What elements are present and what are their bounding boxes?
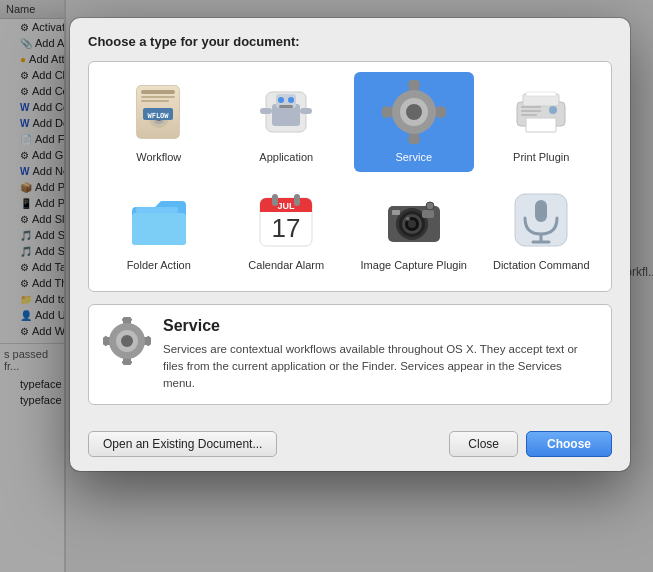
image-capture-icon [384,190,444,250]
svg-point-53 [406,217,410,221]
desc-icon [103,317,151,365]
print-plugin-icon [511,82,571,142]
svg-point-13 [278,97,284,103]
svg-rect-55 [392,210,400,215]
service-icon-wrap [382,80,446,144]
desc-body: Services are contextual workflows availa… [163,341,597,393]
application-icon-wrap [254,80,318,144]
type-item-application[interactable]: Application [227,72,347,172]
svg-point-33 [549,106,557,114]
type-item-calendar-alarm[interactable]: JUL 17 Calendar Alarm [227,180,347,280]
workflow-icon-wrap: WFLOW [127,80,191,144]
workflow-label: Workflow [136,150,181,164]
dictation-label: Dictation Command [493,258,590,272]
svg-rect-34 [521,106,541,108]
image-capture-label: Image Capture Plugin [361,258,467,272]
dictation-icon-wrap [509,188,573,252]
print-plugin-label: Print Plugin [513,150,569,164]
desc-service-icon [103,317,151,365]
close-button[interactable]: Close [449,431,518,457]
service-label: Service [395,150,432,164]
svg-rect-15 [279,105,293,108]
type-item-dictation[interactable]: Dictation Command [482,180,602,280]
type-item-image-capture[interactable]: Image Capture Plugin [354,180,474,280]
desc-title: Service [163,317,597,335]
svg-point-28 [406,104,422,120]
dialog-title: Choose a type for your document: [88,34,612,49]
calendar-alarm-icon: JUL 17 [256,190,316,250]
svg-rect-2 [141,90,175,94]
open-existing-button[interactable]: Open an Existing Document... [88,431,277,457]
svg-rect-31 [526,118,556,132]
svg-rect-32 [526,92,556,96]
type-item-service[interactable]: Service [354,72,474,172]
calendar-alarm-label: Calendar Alarm [248,258,324,272]
svg-point-52 [408,220,416,228]
type-item-print-plugin[interactable]: Print Plugin [482,72,602,172]
description-panel: Service Services are contextual workflow… [88,304,612,406]
service-icon [382,80,446,144]
svg-rect-45 [294,194,300,206]
dictation-icon [511,190,571,250]
svg-point-56 [426,202,434,210]
folder-action-label: Folder Action [127,258,191,272]
folder-action-icon-wrap [127,188,191,252]
calendar-alarm-icon-wrap: JUL 17 [254,188,318,252]
choose-button[interactable]: Choose [526,431,612,457]
dialog-footer: Open an Existing Document... Close Choos… [70,431,630,471]
svg-rect-17 [300,108,312,114]
document-type-dialog: Choose a type for your document: [70,18,630,471]
svg-rect-36 [521,114,537,116]
type-item-folder-action[interactable]: Folder Action [99,180,219,280]
svg-rect-54 [422,210,434,218]
workflow-icon: WFLOW [129,82,189,142]
print-plugin-icon-wrap [509,80,573,144]
svg-text:17: 17 [272,213,301,243]
type-grid: WFLOW Workflow [88,61,612,292]
application-icon [256,82,316,142]
svg-text:WFLOW: WFLOW [147,112,169,120]
svg-rect-16 [260,108,272,114]
folder-action-icon [128,189,190,251]
svg-rect-39 [136,207,178,213]
application-label: Application [259,150,313,164]
svg-rect-4 [141,100,169,102]
image-capture-icon-wrap [382,188,446,252]
svg-text:JUL: JUL [278,201,296,211]
description-text: Service Services are contextual workflow… [163,317,597,393]
svg-rect-38 [132,213,186,245]
svg-rect-35 [521,110,541,112]
svg-point-71 [121,335,133,347]
type-item-workflow[interactable]: WFLOW Workflow [99,72,219,172]
svg-rect-58 [535,200,547,222]
svg-point-14 [288,97,294,103]
svg-rect-44 [272,194,278,206]
svg-rect-3 [141,96,175,98]
